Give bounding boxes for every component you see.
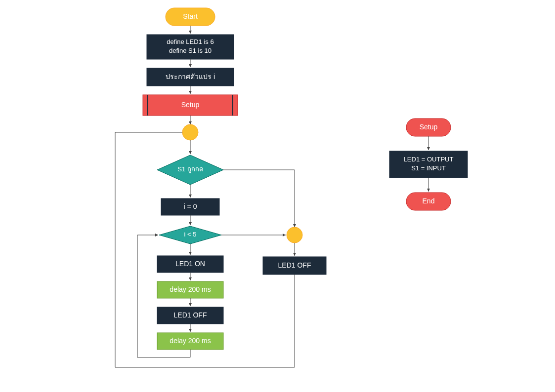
led-off-loop-label: LED1 OFF	[174, 311, 207, 319]
mid-connector	[287, 227, 302, 243]
delay2-label: delay 200 ms	[170, 337, 211, 345]
sub-io-line2: S1 = INPUT	[411, 164, 446, 172]
led-on-label: LED1 ON	[175, 260, 205, 268]
setup-label: Setup	[181, 101, 200, 109]
decision-s1-label: S1 ถูกกด	[177, 165, 203, 173]
sub-end-label: End	[423, 197, 435, 205]
sub-io-line1: LED1 = OUTPUT	[404, 156, 454, 163]
start-label: Start	[183, 12, 198, 20]
declare-i-label: ประกาศตัวแปร i	[166, 73, 215, 80]
define-line1: define LED1 is 6	[167, 38, 213, 45]
decision-i5-label: i < 5	[184, 231, 197, 238]
define-line2: define S1 is 10	[169, 47, 212, 54]
loop-top-connector	[182, 124, 198, 140]
led-off-right-label: LED1 OFF	[278, 261, 311, 269]
i-zero-label: i = 0	[184, 202, 197, 210]
sub-setup-label: Setup	[420, 123, 438, 131]
delay1-label: delay 200 ms	[170, 285, 211, 293]
flowchart-canvas: Start define LED1 is 6 define S1 is 10 ป…	[0, 0, 555, 392]
